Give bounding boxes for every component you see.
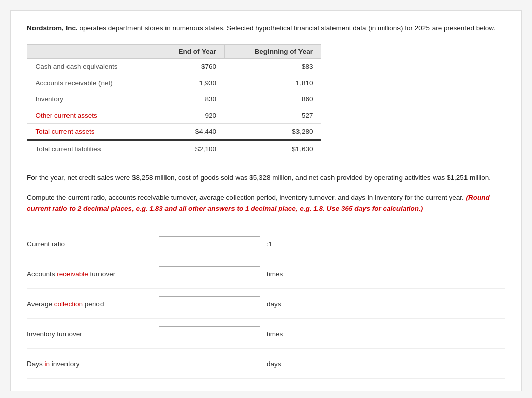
table-row-begin-2: 860 xyxy=(224,91,321,107)
instruction-text1: Compute the current ratio, accounts rece… xyxy=(27,194,466,201)
ratio-input-inv-turnover[interactable] xyxy=(159,326,260,341)
table-row-end-0: $760 xyxy=(154,58,224,75)
financial-table: End of Year Beginning of Year Cash and c… xyxy=(27,44,321,158)
table-row-begin-0: $83 xyxy=(224,58,321,75)
ratio-label-current-ratio: Current ratio xyxy=(27,240,159,248)
table-row-end-1: 1,930 xyxy=(154,75,224,91)
ratio-form: Current ratio:1Accounts receivable turno… xyxy=(27,229,505,379)
ratio-label-avg-collection: Average collection period xyxy=(27,300,159,308)
ratio-input-avg-collection[interactable] xyxy=(159,296,260,311)
ratio-row-days-inventory: Days in inventorydays xyxy=(27,349,505,379)
intro-paragraph: Nordstrom, Inc. operates department stor… xyxy=(27,23,505,34)
ratio-label-days-inventory: Days in inventory xyxy=(27,360,159,368)
ratio-input-days-inventory[interactable] xyxy=(159,356,260,371)
ratio-unit-ar-turnover: times xyxy=(267,270,283,278)
table-header-begin-year: Beginning of Year xyxy=(224,44,321,58)
ratio-label-inv-turnover: Inventory turnover xyxy=(27,330,159,338)
intro-description: operates department stores in numerous s… xyxy=(78,24,495,32)
company-name: Nordstrom, Inc. xyxy=(27,24,78,32)
table-row-end-4: $4,440 xyxy=(154,123,224,140)
table-row-label-4: Total current assets xyxy=(27,123,154,140)
table-header-empty xyxy=(27,44,154,58)
page-container: Nordstrom, Inc. operates department stor… xyxy=(10,10,522,391)
table-row-label-0: Cash and cash equivalents xyxy=(27,58,154,75)
ratio-label-red-word: collection xyxy=(54,300,83,308)
table-row-begin-3: 527 xyxy=(224,107,321,123)
ratio-label-red-word: in xyxy=(45,360,50,368)
table-row-end-3: 920 xyxy=(154,107,224,123)
ratio-row-inv-turnover: Inventory turnovertimes xyxy=(27,319,505,349)
table-row-end-5: $2,100 xyxy=(154,140,224,157)
table-row-label-2: Inventory xyxy=(27,91,154,107)
ratio-row-current-ratio: Current ratio:1 xyxy=(27,229,505,259)
table-row-begin-1: 1,810 xyxy=(224,75,321,91)
ratio-unit-avg-collection: days xyxy=(267,300,281,308)
ratio-unit-days-inventory: days xyxy=(267,360,281,368)
ratio-input-ar-turnover[interactable] xyxy=(159,266,260,281)
ratio-unit-current-ratio: :1 xyxy=(267,240,272,248)
ratio-row-ar-turnover: Accounts receivable turnovertimes xyxy=(27,259,505,289)
table-row-begin-5: $1,630 xyxy=(224,140,321,157)
ratio-unit-inv-turnover: times xyxy=(267,330,283,338)
table-row-label-3: Other current assets xyxy=(27,107,154,123)
table-row-label-1: Accounts receivable (net) xyxy=(27,75,154,91)
ratio-input-current-ratio[interactable] xyxy=(159,236,260,251)
ratio-label-ar-turnover: Accounts receivable turnover xyxy=(27,270,159,278)
table-row-end-2: 830 xyxy=(154,91,224,107)
instruction-paragraph: Compute the current ratio, accounts rece… xyxy=(27,192,505,215)
note-paragraph: For the year, net credit sales were $8,2… xyxy=(27,172,505,184)
ratio-row-avg-collection: Average collection perioddays xyxy=(27,289,505,319)
table-row-label-5: Total current liabilities xyxy=(27,140,154,157)
ratio-label-red-word: receivable xyxy=(57,270,88,278)
table-header-end-year: End of Year xyxy=(154,44,224,58)
table-row-begin-4: $3,280 xyxy=(224,123,321,140)
